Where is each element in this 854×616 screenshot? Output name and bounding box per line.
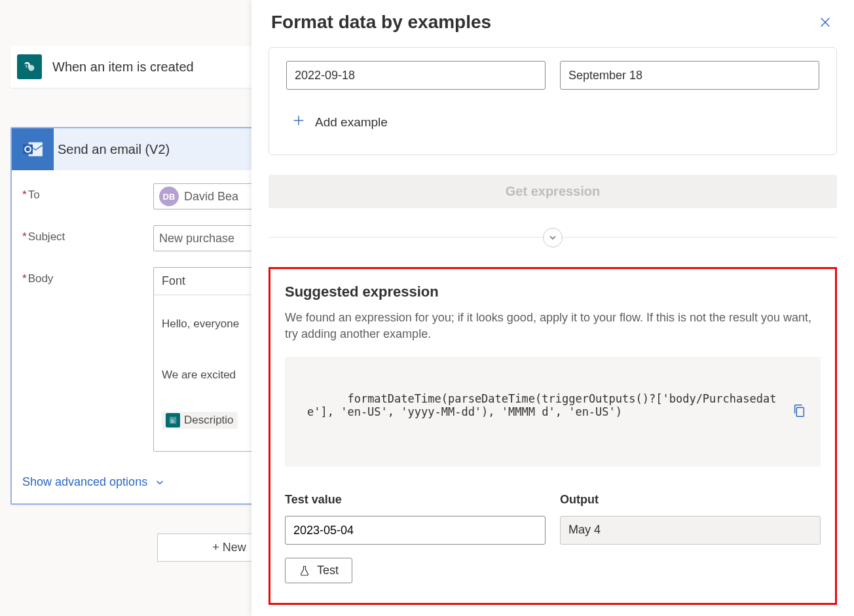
trigger-title: When an item is created	[48, 60, 194, 75]
outlook-icon	[12, 128, 54, 170]
person-chip[interactable]: DB David Bea	[159, 187, 238, 206]
test-value-input[interactable]	[285, 516, 546, 545]
action-title: Send an email (V2)	[54, 142, 170, 157]
svg-text:S: S	[26, 64, 28, 68]
format-data-panel: Format data by examples Add example Get …	[251, 0, 854, 616]
chevron-down-icon	[548, 232, 558, 243]
example-output[interactable]	[560, 61, 819, 90]
body-label: *Body	[22, 267, 153, 285]
sharepoint-icon: S	[10, 46, 48, 87]
to-label: *To	[22, 183, 153, 202]
plus-icon	[291, 113, 306, 131]
svg-rect-13	[796, 408, 804, 417]
output-value: May 4	[560, 516, 821, 545]
add-example-button[interactable]: Add example	[291, 113, 819, 131]
expression-code: formatDateTime(parseDateTime(triggerOutp…	[285, 357, 821, 467]
person-name: David Bea	[184, 190, 238, 204]
example-input[interactable]	[286, 61, 546, 90]
close-button[interactable]	[816, 13, 834, 31]
test-button[interactable]: Test	[285, 558, 352, 583]
chevron-down-icon	[154, 477, 166, 488]
get-expression-button[interactable]: Get expression	[269, 175, 837, 208]
svg-point-1	[28, 65, 34, 71]
expand-button[interactable]	[543, 228, 563, 247]
suggestion-title: Suggested expression	[285, 283, 821, 300]
examples-card: Add example	[269, 47, 837, 155]
dynamic-content-token[interactable]: S Descriptio	[162, 412, 238, 429]
output-label: Output	[560, 493, 821, 507]
flask-icon	[299, 564, 310, 577]
svg-text:S: S	[171, 418, 174, 424]
suggestion-card: Suggested expression We found an express…	[269, 267, 837, 605]
sharepoint-icon: S	[166, 413, 180, 427]
close-icon	[818, 15, 832, 29]
subject-label: *Subject	[22, 225, 153, 244]
suggestion-description: We found an expression for you; if it lo…	[285, 310, 821, 342]
test-value-label: Test value	[285, 493, 546, 507]
copy-icon	[792, 402, 806, 419]
separator	[269, 228, 837, 247]
panel-title: Format data by examples	[271, 12, 491, 33]
copy-button[interactable]	[738, 389, 806, 435]
avatar: DB	[159, 187, 179, 206]
